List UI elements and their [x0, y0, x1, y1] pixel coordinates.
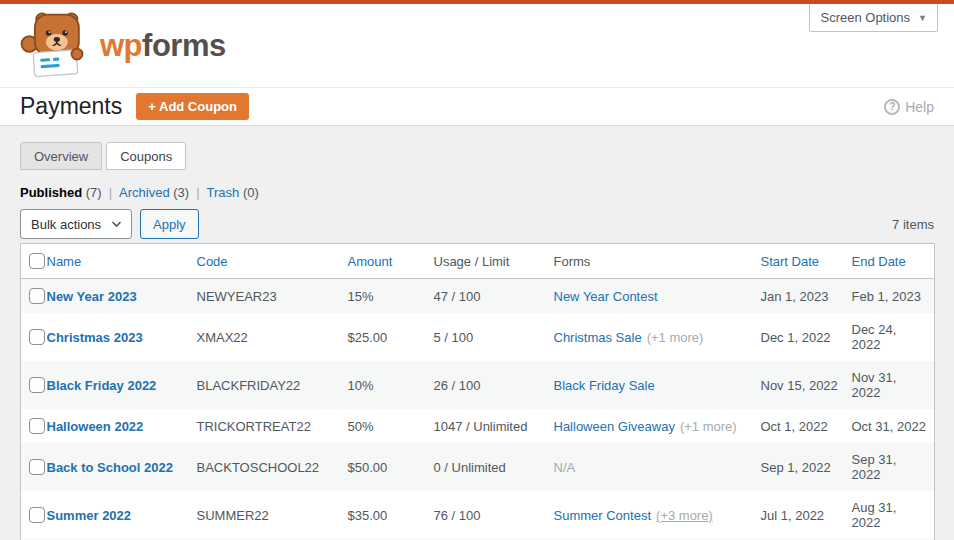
- help-label: Help: [905, 99, 934, 115]
- form-link[interactable]: Christmas Sale: [554, 330, 642, 345]
- apply-button-top[interactable]: Apply: [140, 209, 199, 239]
- page-title: Payments: [20, 93, 122, 120]
- wpforms-logo: wpforms: [20, 11, 226, 80]
- row-checkbox[interactable]: [29, 418, 45, 434]
- row-checkbox[interactable]: [29, 329, 45, 345]
- coupon-usage-cell: 0 / Unlimited: [434, 443, 554, 491]
- coupon-start-date-cell: Jan 1, 2023: [761, 279, 852, 314]
- coupon-name-cell: Christmas 2023: [47, 313, 197, 361]
- row-checkbox[interactable]: [29, 377, 45, 393]
- coupon-start-date-cell: Oct 1, 2022: [761, 409, 852, 443]
- filter-separator: |: [109, 185, 112, 200]
- table-row: Summer 2022SUMMER22$35.0076 / 100Summer …: [21, 491, 935, 539]
- coupon-amount-cell: 50%: [348, 409, 434, 443]
- form-extra-count[interactable]: (+3 more): [656, 508, 713, 523]
- form-link[interactable]: Halloween Giveaway: [554, 419, 675, 434]
- filter-trash[interactable]: Trash (0): [207, 185, 259, 200]
- sort-link-start[interactable]: Start Date: [761, 254, 820, 269]
- tab-coupons[interactable]: Coupons: [106, 142, 186, 170]
- checkbox-cell: [21, 443, 47, 491]
- column-header-name: Name: [47, 244, 197, 279]
- select-all-checkbox-top[interactable]: [29, 253, 45, 269]
- sort-link-amount[interactable]: Amount: [348, 254, 393, 269]
- coupon-forms-cell: Summer Contest(+3 more): [554, 491, 761, 539]
- coupon-end-date-cell: Sep 31, 2022: [852, 443, 935, 491]
- screen-options-label: Screen Options: [820, 10, 910, 25]
- coupon-forms-cell: New Year Contest: [554, 279, 761, 314]
- coupon-usage-cell: 76 / 100: [434, 491, 554, 539]
- page-title-bar: Payments + Add Coupon ? Help: [0, 88, 954, 126]
- coupon-name-cell: Black Friday 2022: [47, 361, 197, 409]
- coupon-usage-cell: 26 / 100: [434, 361, 554, 409]
- filter-separator: |: [196, 185, 199, 200]
- column-header-end: End Date: [852, 244, 935, 279]
- table-row: Christmas 2023XMAX22$25.005 / 100Christm…: [21, 313, 935, 361]
- screen-options-button[interactable]: Screen Options ▼: [809, 4, 938, 32]
- column-header-code: Code: [197, 244, 348, 279]
- coupon-usage-cell: 1047 / Unlimited: [434, 409, 554, 443]
- coupons-table: NameCodeAmountUsage / LimitFormsStart Da…: [20, 243, 935, 540]
- help-icon: ?: [884, 99, 900, 115]
- column-header-amount: Amount: [348, 244, 434, 279]
- coupon-name-link[interactable]: Summer 2022: [47, 508, 132, 523]
- table-header-row: NameCodeAmountUsage / LimitFormsStart Da…: [21, 244, 935, 279]
- items-count-top: 7 items: [892, 217, 934, 232]
- filter-published[interactable]: Published (7): [20, 185, 102, 200]
- coupon-code-cell: BLACKFRIDAY22: [197, 361, 348, 409]
- bulk-actions-select-top[interactable]: Bulk actions: [20, 209, 132, 239]
- coupon-end-date-cell: Oct 31, 2022: [852, 409, 935, 443]
- tabs: Overview Coupons: [20, 142, 934, 170]
- form-link[interactable]: New Year Contest: [554, 289, 658, 304]
- table-row: Halloween 2022TRICKORTREAT2250%1047 / Un…: [21, 409, 935, 443]
- form-extra-count: (+1 more): [680, 419, 737, 434]
- wordmark-wp: wp: [100, 28, 142, 63]
- status-filters: Published (7)|Archived (3)|Trash (0): [20, 185, 934, 200]
- coupon-amount-cell: $25.00: [348, 313, 434, 361]
- form-link[interactable]: Summer Contest: [554, 508, 652, 523]
- column-header-forms: Forms: [554, 244, 761, 279]
- sort-link-end[interactable]: End Date: [852, 254, 906, 269]
- filter-archived[interactable]: Archived (3): [119, 185, 189, 200]
- coupon-name-link[interactable]: Back to School 2022: [47, 460, 173, 475]
- coupon-forms-cell: Black Friday Sale: [554, 361, 761, 409]
- row-checkbox[interactable]: [29, 507, 45, 523]
- coupon-code-cell: TRICKORTREAT22: [197, 409, 348, 443]
- coupon-name-link[interactable]: Christmas 2023: [47, 330, 143, 345]
- coupon-name-cell: New Year 2023: [47, 279, 197, 314]
- form-na: N/A: [554, 460, 576, 475]
- checkbox-cell: [21, 491, 47, 539]
- checkbox-cell: [21, 244, 47, 279]
- coupon-name-link[interactable]: Black Friday 2022: [47, 378, 157, 393]
- coupon-name-link[interactable]: New Year 2023: [47, 289, 137, 304]
- coupon-usage-cell: 5 / 100: [434, 313, 554, 361]
- row-checkbox[interactable]: [29, 288, 45, 304]
- tab-overview[interactable]: Overview: [20, 142, 102, 170]
- table-row: Back to School 2022BACKTOSCHOOL22$50.000…: [21, 443, 935, 491]
- form-link[interactable]: Black Friday Sale: [554, 378, 655, 393]
- sort-link-name[interactable]: Name: [47, 254, 82, 269]
- coupon-amount-cell: 10%: [348, 361, 434, 409]
- row-checkbox[interactable]: [29, 459, 45, 475]
- help-link[interactable]: ? Help: [884, 99, 934, 115]
- coupon-start-date-cell: Jul 1, 2022: [761, 491, 852, 539]
- coupon-name-link[interactable]: Halloween 2022: [47, 419, 144, 434]
- chevron-down-icon: [111, 220, 122, 228]
- coupon-amount-cell: $35.00: [348, 491, 434, 539]
- sort-link-code[interactable]: Code: [197, 254, 228, 269]
- coupon-forms-cell: Christmas Sale(+1 more): [554, 313, 761, 361]
- coupon-end-date-cell: Aug 31, 2022: [852, 491, 935, 539]
- coupon-start-date-cell: Nov 15, 2022: [761, 361, 852, 409]
- add-coupon-button[interactable]: + Add Coupon: [136, 93, 249, 120]
- coupon-end-date-cell: Nov 31, 2022: [852, 361, 935, 409]
- table-row: New Year 2023NEWYEAR2315%47 / 100New Yea…: [21, 279, 935, 314]
- coupon-amount-cell: 15%: [348, 279, 434, 314]
- column-header-usage: Usage / Limit: [434, 244, 554, 279]
- coupon-name-cell: Halloween 2022: [47, 409, 197, 443]
- wpforms-bear-icon: [20, 11, 90, 80]
- coupon-forms-cell: Halloween Giveaway(+1 more): [554, 409, 761, 443]
- coupon-code-cell: NEWYEAR23: [197, 279, 348, 314]
- column-header-start: Start Date: [761, 244, 852, 279]
- wpforms-wordmark: wpforms: [100, 30, 226, 61]
- checkbox-cell: [21, 279, 47, 314]
- coupon-code-cell: SUMMER22: [197, 491, 348, 539]
